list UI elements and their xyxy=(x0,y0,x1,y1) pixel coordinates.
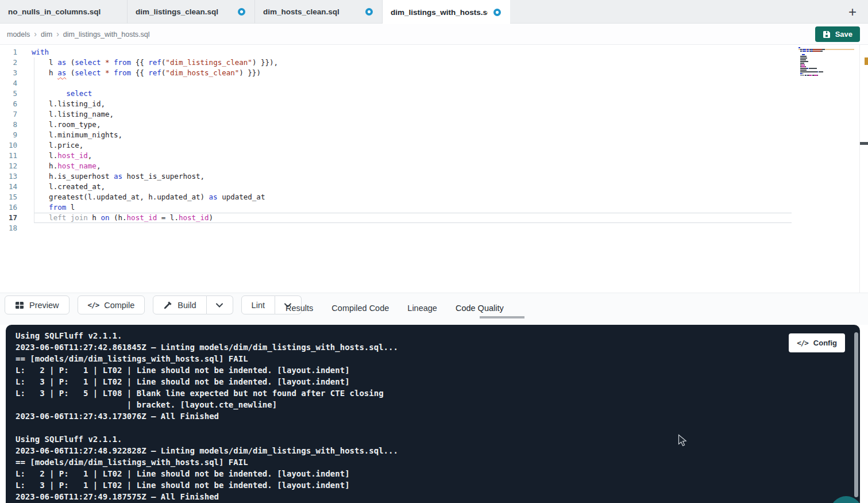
terminal-output: Using SQLFluff v2.1.1.2023-06-06T11:27:4… xyxy=(16,330,837,502)
terminal-line: 2023-06-06T11:27:43.173076Z – All Finish… xyxy=(16,410,837,422)
code-line[interactable] xyxy=(26,78,793,89)
code-line[interactable]: l as (select * from {{ ref("dim_listings… xyxy=(26,57,793,68)
minimap-row xyxy=(798,73,854,74)
terminal-line: Using SQLFluff v2.1.1. xyxy=(16,330,837,341)
minimap-row xyxy=(798,63,854,64)
code-line[interactable]: l.listing_id, xyxy=(26,99,793,109)
code-line[interactable]: select xyxy=(26,89,793,99)
overview-ruler[interactable] xyxy=(859,45,868,293)
terminal-line: L: 3 | P: 1 | LT02 | Line should not be … xyxy=(16,376,837,387)
minimap-row xyxy=(798,57,854,59)
terminal-line: L: 3 | P: 5 | LT08 | Blank line expected… xyxy=(16,387,837,399)
code-line[interactable]: l.minimum_nights, xyxy=(26,130,793,140)
editor-tab[interactable]: dim_listings_clean.sql xyxy=(128,0,255,24)
minimap-row xyxy=(798,56,854,57)
tab-label: dim_hosts_clean.sql xyxy=(263,7,340,16)
minimap-row xyxy=(798,52,854,53)
compile-button[interactable]: </> Compile xyxy=(78,295,145,314)
build-button[interactable]: Build xyxy=(153,295,206,314)
line-number: 18 xyxy=(0,223,26,233)
panel-tab-lineage[interactable]: Lineage xyxy=(407,304,437,313)
minimap-row xyxy=(798,70,854,71)
code-line[interactable]: with xyxy=(26,47,793,57)
terminal-line: L: 2 | P: 1 | LT02 | Line should not be … xyxy=(16,468,837,479)
terminal-line: 2023-06-06T11:27:48.922828Z – Linting mo… xyxy=(16,445,837,456)
code-line[interactable]: left join h on (h.host_id = l.host_id) xyxy=(26,213,793,223)
editor-tab[interactable]: dim_hosts_clean.sql xyxy=(255,0,383,24)
code-line[interactable]: h.host_name, xyxy=(26,161,793,171)
breadcrumb-item[interactable]: dim_listings_with_hosts.sql xyxy=(63,30,150,39)
terminal-line: | bracket. [layout.cte_newline] xyxy=(16,399,837,410)
editor-tab[interactable]: dim_listings_with_hosts.sql xyxy=(383,0,510,24)
code-line[interactable]: from l xyxy=(26,202,793,213)
tab-strip: no_nulls_in_columns.sqldim_listings_clea… xyxy=(0,0,868,24)
line-number: 10 xyxy=(0,140,26,151)
minimap[interactable] xyxy=(798,47,854,78)
minimap-row xyxy=(798,47,854,48)
minimap-row xyxy=(798,66,854,67)
line-number-gutter: 123456789101112131415161718 xyxy=(0,47,26,233)
line-number: 7 xyxy=(0,109,26,120)
code-line[interactable]: l.created_at, xyxy=(26,182,793,192)
minimap-row xyxy=(798,51,854,52)
breadcrumb-item[interactable]: dim xyxy=(41,30,52,39)
code-line[interactable]: h.is_superhost as host_is_superhost, xyxy=(26,171,793,182)
save-label: Save xyxy=(835,30,852,39)
tab-label: no_nulls_in_columns.sql xyxy=(8,7,101,16)
breadcrumb-separator-icon: › xyxy=(34,29,37,39)
code-line[interactable] xyxy=(26,223,793,233)
minimap-row xyxy=(798,49,854,50)
code-line[interactable]: greatest(l.updated_at, h.updated_at) as … xyxy=(26,192,793,202)
preview-label: Preview xyxy=(29,301,59,310)
modified-dot-icon xyxy=(238,8,245,16)
minimap-row xyxy=(798,61,854,62)
code-icon: </> xyxy=(88,301,99,309)
minimap-row xyxy=(798,75,854,76)
line-number: 16 xyxy=(0,202,26,213)
code-line[interactable]: l.listing_name, xyxy=(26,109,793,120)
breadcrumb: models›dim›dim_listings_with_hosts.sql xyxy=(7,24,150,45)
editor-tab[interactable]: no_nulls_in_columns.sql xyxy=(0,0,128,24)
line-number: 6 xyxy=(0,99,26,109)
action-button-row: Preview </> Compile Build Lint xyxy=(5,295,302,314)
code-editor[interactable]: 123456789101112131415161718 with l as (s… xyxy=(0,45,868,293)
minimap-row xyxy=(798,64,854,66)
new-tab-button[interactable]: + xyxy=(845,5,860,20)
code-content[interactable]: with l as (select * from {{ ref("dim_lis… xyxy=(26,47,793,233)
terminal-line xyxy=(16,422,837,433)
preview-button[interactable]: Preview xyxy=(5,295,70,314)
ruler-cursor-marker xyxy=(860,142,868,145)
terminal-panel[interactable]: Using SQLFluff v2.1.1.2023-06-06T11:27:4… xyxy=(6,325,860,503)
minimap-row xyxy=(798,71,854,72)
minimap-row xyxy=(798,68,854,69)
breadcrumb-separator-icon: › xyxy=(56,29,59,39)
tab-label: dim_listings_with_hosts.sql xyxy=(391,8,488,17)
line-number: 12 xyxy=(0,161,26,171)
code-line[interactable]: l.room_type, xyxy=(26,120,793,130)
tab-label: dim_listings_clean.sql xyxy=(136,7,218,16)
terminal-scrollbar[interactable] xyxy=(854,332,858,497)
config-button[interactable]: </> Config xyxy=(789,333,845,352)
line-number: 13 xyxy=(0,171,26,182)
panel-tab-compiled-code[interactable]: Compiled Code xyxy=(331,304,389,313)
panel-tab-code-quality[interactable]: Code Quality xyxy=(456,304,504,313)
modified-dot-icon xyxy=(365,8,373,16)
terminal-line: == [models/dim/dim_listings_with_hosts.s… xyxy=(16,353,837,364)
save-button[interactable]: Save xyxy=(815,26,860,42)
config-label: Config xyxy=(813,339,837,347)
plus-icon: + xyxy=(848,4,857,20)
compile-label: Compile xyxy=(104,301,134,310)
breadcrumb-item[interactable]: models xyxy=(7,30,30,39)
panel-tab-results[interactable]: Results xyxy=(286,304,313,313)
build-label: Build xyxy=(178,301,196,310)
code-line[interactable]: l.host_id, xyxy=(26,151,793,161)
terminal-line: L: 3 | P: 1 | LT02 | Line should not be … xyxy=(16,479,837,491)
build-dropdown-button[interactable] xyxy=(207,295,233,314)
line-number: 4 xyxy=(0,78,26,89)
lint-button[interactable]: Lint xyxy=(241,295,275,314)
line-number: 2 xyxy=(0,57,26,68)
tab-bar: no_nulls_in_columns.sqldim_listings_clea… xyxy=(0,0,868,24)
line-number: 14 xyxy=(0,182,26,192)
code-line[interactable]: h as (select * from {{ ref("dim_hosts_cl… xyxy=(26,68,793,78)
code-line[interactable]: l.price, xyxy=(26,140,793,151)
